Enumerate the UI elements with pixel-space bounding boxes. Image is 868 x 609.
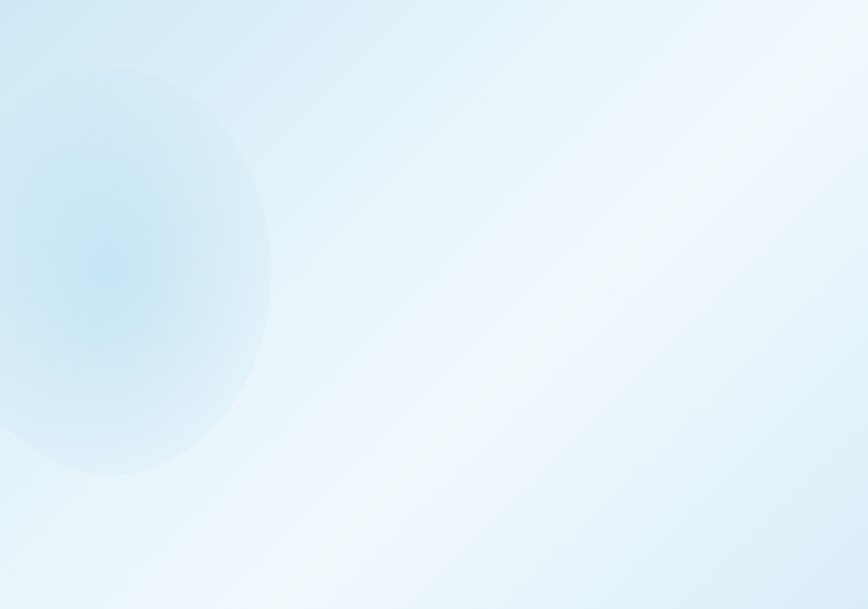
page-wrapper: MyChart Your secure online health connec… bbox=[0, 0, 868, 609]
